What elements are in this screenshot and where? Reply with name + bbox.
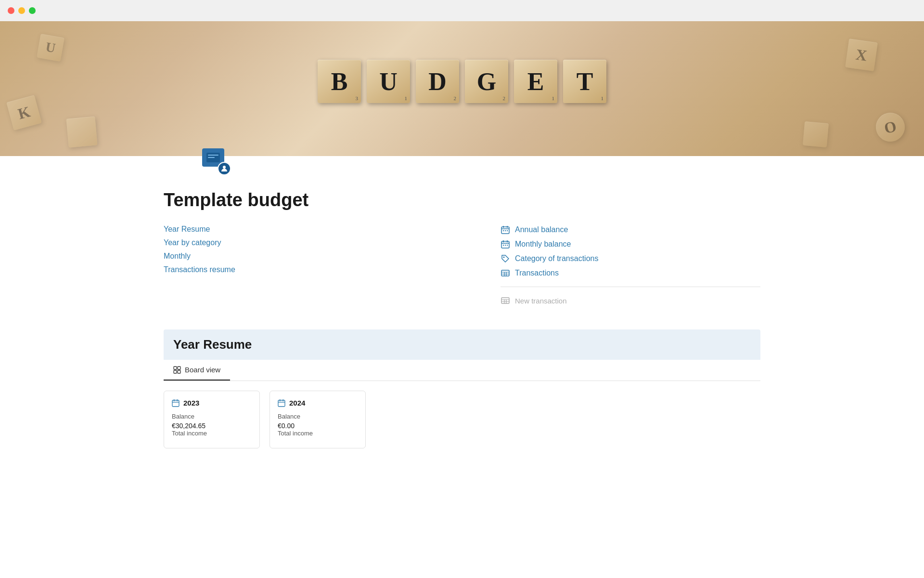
svg-rect-21 xyxy=(172,400,179,407)
card-2023-title: 2023 xyxy=(183,399,199,407)
tile-d: D xyxy=(416,60,459,103)
right-nav: Annual balance xyxy=(462,225,760,305)
svg-rect-6 xyxy=(505,230,506,231)
calendar-icon-2024 xyxy=(278,399,285,407)
svg-rect-11 xyxy=(503,245,504,246)
svg-rect-12 xyxy=(505,245,506,246)
nav-links-grid: Year Resume Year by category Monthly Tra… xyxy=(164,225,760,305)
titlebar xyxy=(0,0,924,21)
card-2023-balance-label: Balance xyxy=(172,413,252,420)
nav-link-year-by-category[interactable]: Year by category xyxy=(164,238,462,247)
svg-rect-19 xyxy=(174,370,177,373)
tile-g: G xyxy=(465,60,508,103)
card-2024-title: 2024 xyxy=(289,399,305,407)
maximize-button[interactable] xyxy=(29,7,36,14)
svg-rect-20 xyxy=(178,370,180,373)
svg-rect-10 xyxy=(507,240,508,242)
tile-e: E xyxy=(514,60,557,103)
nav-link-monthly[interactable]: Monthly xyxy=(164,252,462,261)
svg-rect-16 xyxy=(501,298,509,303)
close-button[interactable] xyxy=(8,7,14,14)
nav-link-transactions-resume[interactable]: Transactions resume xyxy=(164,265,462,274)
svg-point-1 xyxy=(223,166,226,169)
hero-banner: K U B U D G E T X O xyxy=(0,21,924,156)
svg-rect-13 xyxy=(507,245,508,246)
table-icon-new xyxy=(500,296,510,305)
view-tabs: Board view xyxy=(164,360,760,381)
svg-rect-24 xyxy=(278,400,285,407)
tile-u: U xyxy=(367,60,410,103)
card-2024-header: 2024 xyxy=(278,399,358,407)
nav-link-category-transactions[interactable]: Category of transactions xyxy=(500,254,760,263)
nav-link-monthly-balance[interactable]: Monthly balance xyxy=(500,239,760,249)
minimize-button[interactable] xyxy=(18,7,25,14)
separator xyxy=(500,287,760,287)
card-2023-income-label: Total income xyxy=(172,430,252,437)
svg-rect-15 xyxy=(501,270,509,276)
svg-rect-18 xyxy=(178,367,180,369)
svg-point-14 xyxy=(503,257,505,258)
svg-rect-3 xyxy=(503,226,504,228)
calendar-icon-annual xyxy=(500,225,510,235)
svg-rect-5 xyxy=(503,230,504,231)
board-view-label: Board view xyxy=(185,366,220,374)
icon-person xyxy=(218,162,231,175)
page-icon xyxy=(202,146,231,175)
card-2023[interactable]: 2023 Balance €30,204.65 Total income xyxy=(164,391,260,448)
board-view-tab[interactable]: Board view xyxy=(164,360,230,381)
new-transaction-button[interactable]: New transaction xyxy=(500,296,760,305)
year-resume-header: Year Resume xyxy=(164,329,760,360)
svg-rect-7 xyxy=(507,230,508,231)
nav-link-year-resume[interactable]: Year Resume xyxy=(164,225,462,234)
nav-link-transactions[interactable]: Transactions xyxy=(500,268,760,278)
svg-rect-22 xyxy=(174,399,175,401)
card-2024-balance-value: €0.00 xyxy=(278,422,358,430)
card-2024-balance-label: Balance xyxy=(278,413,358,420)
nav-link-annual-balance-label: Annual balance xyxy=(515,225,568,234)
nav-link-monthly-balance-label: Monthly balance xyxy=(515,240,571,249)
year-resume-section: Year Resume Board view xyxy=(164,329,760,458)
budget-tiles: B U D G E T xyxy=(318,60,606,103)
card-2023-header: 2023 xyxy=(172,399,252,407)
nav-link-transactions-label: Transactions xyxy=(515,269,559,277)
year-resume-title: Year Resume xyxy=(173,337,751,352)
calendar-icon-2023 xyxy=(172,399,180,407)
card-2023-balance-value: €30,204.65 xyxy=(172,422,252,430)
card-2024[interactable]: 2024 Balance €0.00 Total income xyxy=(270,391,366,448)
page-title: Template budget xyxy=(164,190,760,210)
svg-rect-17 xyxy=(174,367,177,369)
page-wrapper: K U B U D G E T X O xyxy=(0,21,924,458)
svg-rect-25 xyxy=(280,399,281,401)
cards-area: 2023 Balance €30,204.65 Total income xyxy=(164,381,760,458)
card-2024-income-label: Total income xyxy=(278,430,358,437)
svg-rect-9 xyxy=(503,240,504,242)
tag-icon-category xyxy=(500,254,510,263)
svg-rect-4 xyxy=(507,226,508,228)
table-icon-transactions xyxy=(500,268,510,278)
nav-link-annual-balance[interactable]: Annual balance xyxy=(500,225,760,235)
board-icon xyxy=(173,366,181,374)
new-transaction-label: New transaction xyxy=(515,297,567,305)
tile-t: T xyxy=(563,60,606,103)
svg-rect-23 xyxy=(177,399,178,401)
main-content: Template budget Year Resume Year by cate… xyxy=(125,190,799,458)
nav-link-category-transactions-label: Category of transactions xyxy=(515,254,598,263)
calendar-icon-monthly xyxy=(500,239,510,249)
left-nav: Year Resume Year by category Monthly Tra… xyxy=(164,225,462,305)
svg-rect-26 xyxy=(283,399,284,401)
tile-b: B xyxy=(318,60,361,103)
